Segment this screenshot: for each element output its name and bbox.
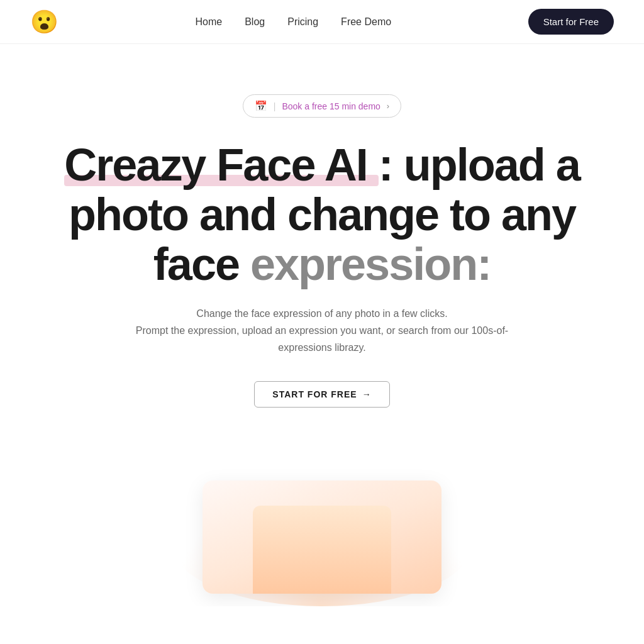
badge-link-text[interactable]: Book a free 15 min demo [282,101,380,111]
badge-arrow-icon: › [387,101,389,111]
badge-divider: | [274,101,276,111]
hero-cta-button[interactable]: START FOR FREE → [254,381,389,408]
logo-emoji: 😮 [30,11,58,33]
hero-cta-label: START FOR FREE [272,389,357,399]
nav-pricing-link[interactable]: Pricing [287,16,318,27]
logo[interactable]: 😮 [30,11,58,33]
hero-subtitle: Change the face expression of any photo … [133,305,511,357]
hero-section: 📅 | Book a free 15 min demo › Creazy Fac… [0,44,644,606]
badge-calendar-icon: 📅 [255,100,267,112]
nav-home-link[interactable]: Home [195,16,222,27]
demo-badge[interactable]: 📅 | Book a free 15 min demo › [243,94,401,118]
nav-freedemo-link[interactable]: Free Demo [341,16,391,27]
preview-card [203,480,441,594]
nav-blog-link[interactable]: Blog [245,16,265,27]
nav-start-button[interactable]: Start for Free [528,9,614,35]
hero-title-expression: expression: [250,239,491,289]
nav-links: Home Blog Pricing Free Demo [195,16,391,28]
hero-subtitle-line2: Prompt the expression, upload an express… [136,325,508,353]
hero-subtitle-line1: Change the face expression of any photo … [196,308,447,319]
preview-area [133,443,511,606]
hero-title-brand: Creazy Face AI [64,140,367,190]
navbar: 😮 Home Blog Pricing Free Demo Start for … [0,0,644,44]
hero-title: Creazy Face AI : upload a photo and chan… [64,140,580,290]
preview-card-inner [253,506,391,594]
hero-title-highlighted: Creazy Face AI [64,140,379,190]
hero-cta-arrow-icon: → [362,389,372,399]
